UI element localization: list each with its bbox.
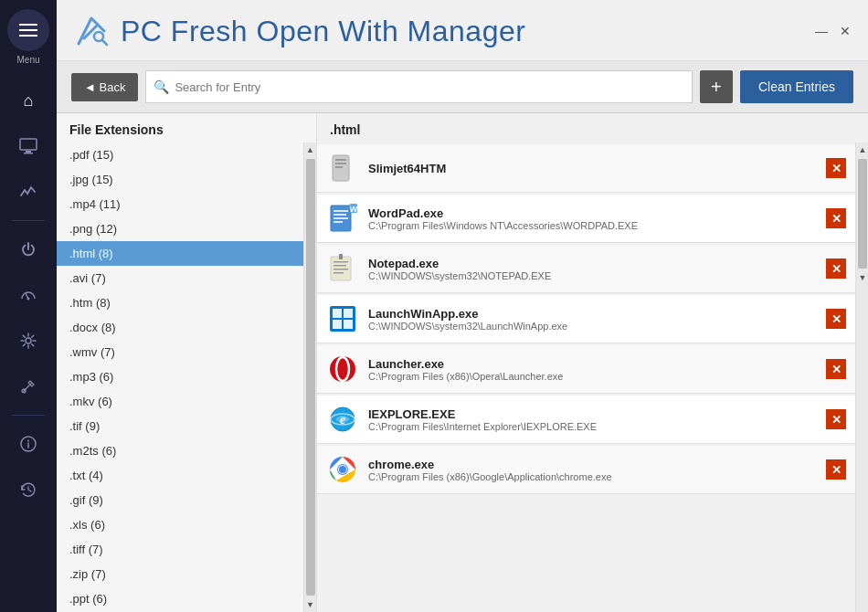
svg-text:W: W (350, 205, 357, 214)
entry-item: chrome.exeC:\Program Files (x86)\Google\… (317, 446, 855, 494)
entry-path: C:\Program Files (x86)\Google\Applicatio… (368, 471, 817, 482)
back-button[interactable]: ◄ Back (71, 73, 138, 101)
scroll-thumb[interactable] (306, 159, 315, 596)
entry-icon-document-gray (326, 152, 359, 185)
entry-name: IEXPLORE.EXE (368, 407, 817, 421)
extension-item-pdf[interactable]: .pdf (15) (57, 142, 303, 167)
svg-point-39 (339, 466, 346, 473)
svg-rect-30 (344, 320, 353, 329)
svg-rect-0 (20, 139, 37, 150)
extension-item-mp3[interactable]: .mp3 (6) (57, 364, 303, 389)
extension-item-xls[interactable]: .xls (6) (57, 512, 303, 537)
sidebar-item-monitor[interactable] (10, 128, 47, 164)
entry-delete-button[interactable]: ✕ (826, 459, 846, 480)
entries-list-wrapper: Slimjet64HTM✕WWordPad.exeC:\Program File… (317, 142, 868, 612)
minimize-button[interactable]: — (813, 23, 830, 39)
entry-icon-win (326, 302, 359, 335)
svg-rect-29 (333, 320, 342, 329)
entry-info: chrome.exeC:\Program Files (x86)\Google\… (368, 458, 817, 482)
scroll-down-arrow[interactable]: ▼ (304, 597, 317, 612)
extension-item-docx[interactable]: .docx (8) (57, 315, 303, 340)
extension-item-tiff[interactable]: .tiff (7) (57, 537, 303, 562)
svg-rect-11 (335, 163, 346, 164)
entries-scroll-up[interactable]: ▲ (856, 142, 868, 157)
extension-item-tif[interactable]: .tif (9) (57, 414, 303, 438)
entry-delete-button[interactable]: ✕ (826, 259, 846, 279)
entry-path: C:\WINDOWS\system32\NOTEPAD.EXE (368, 270, 817, 281)
extension-item-zip[interactable]: .zip (7) (57, 562, 303, 586)
svg-point-7 (27, 440, 29, 442)
svg-rect-25 (339, 254, 343, 259)
sidebar-item-settings[interactable] (10, 322, 47, 359)
entry-delete-button[interactable]: ✕ (826, 359, 846, 379)
entries-scroll-down[interactable]: ▼ (856, 270, 868, 285)
app-title: PC Fresh Open With Manager (121, 15, 525, 48)
extension-item-m2ts[interactable]: .m2ts (6) (57, 438, 303, 463)
extension-item-txt[interactable]: .txt (4) (57, 463, 303, 488)
extension-item-avi[interactable]: .avi (7) (57, 266, 303, 290)
entry-info: Notepad.exeC:\WINDOWS\system32\NOTEPAD.E… (368, 257, 817, 281)
extension-item-ppt[interactable]: .ppt (6) (57, 586, 303, 611)
extension-item-htm[interactable]: .htm (8) (57, 290, 303, 315)
entries-panel: .html Slimjet64HTM✕WWordPad.exeC:\Progra… (317, 113, 868, 612)
svg-rect-15 (333, 214, 346, 216)
entries-header: .html (317, 113, 868, 142)
entries-scroll-thumb[interactable] (858, 159, 867, 269)
menu-button[interactable] (7, 9, 49, 51)
scroll-up-arrow[interactable]: ▲ (304, 142, 317, 157)
entry-icon-wordpad: W (326, 202, 359, 235)
entry-name: WordPad.exe (368, 206, 817, 220)
sidebar-item-history[interactable] (10, 471, 47, 508)
extensions-list: .pdf (15).jpg (15).mp4 (11).png (12).htm… (57, 142, 303, 612)
svg-rect-14 (333, 210, 348, 212)
svg-rect-28 (344, 309, 353, 318)
entry-delete-button[interactable]: ✕ (826, 409, 846, 429)
sidebar-item-activity[interactable] (10, 174, 47, 210)
entry-icon-opera (326, 353, 359, 385)
entry-info: LaunchWinApp.exeC:\WINDOWS\system32\Laun… (368, 307, 817, 332)
extension-item-wmv[interactable]: .wmv (7) (57, 340, 303, 364)
entries-list: Slimjet64HTM✕WWordPad.exeC:\Program File… (317, 142, 855, 612)
sidebar-item-home[interactable]: ⌂ (10, 82, 47, 119)
sidebar-item-info[interactable] (10, 426, 47, 462)
svg-rect-24 (333, 272, 344, 274)
entry-item: eIEXPLORE.EXEC:\Program Files\Internet E… (317, 396, 855, 444)
svg-rect-16 (333, 217, 348, 219)
svg-rect-10 (335, 159, 346, 161)
menu-label: Menu (16, 55, 39, 65)
entry-icon-ie: e (326, 403, 359, 436)
extension-item-mp4[interactable]: .mp4 (11) (57, 192, 303, 216)
search-icon: 🔍 (153, 79, 169, 94)
sidebar-divider-1 (12, 220, 45, 221)
sidebar-divider-2 (12, 415, 45, 416)
extension-item-jpg[interactable]: .jpg (15) (57, 167, 303, 192)
entries-scrollbar: ▲ ▼ (855, 142, 868, 612)
add-button[interactable]: + (700, 70, 733, 103)
entry-name: Launcher.exe (368, 357, 817, 371)
close-button[interactable]: ✕ (837, 23, 853, 39)
extension-item-gif[interactable]: .gif (9) (57, 488, 303, 512)
entry-icon-chrome (326, 453, 359, 486)
svg-rect-17 (333, 221, 343, 223)
clean-entries-button[interactable]: Clean Entries (740, 70, 853, 103)
search-input[interactable] (175, 80, 684, 94)
extension-item-png[interactable]: .png (12) (57, 216, 303, 241)
entry-delete-button[interactable]: ✕ (826, 309, 846, 329)
search-container: 🔍 (145, 70, 693, 103)
sidebar-item-speedometer[interactable] (10, 277, 47, 313)
app-header: PC Fresh Open With Manager — ✕ (57, 0, 868, 61)
entry-delete-button[interactable]: ✕ (826, 208, 846, 228)
svg-rect-27 (333, 309, 342, 318)
svg-rect-23 (333, 269, 348, 270)
entry-delete-button[interactable]: ✕ (826, 158, 846, 178)
extension-item-html[interactable]: .html (8) (57, 241, 303, 266)
entry-icon-notepad (326, 252, 359, 285)
extensions-scrollbar: ▲ ▼ (303, 142, 316, 612)
extension-item-mkv[interactable]: .mkv (6) (57, 389, 303, 414)
sidebar-item-tools[interactable] (10, 368, 47, 405)
extensions-list-wrapper: .pdf (15).jpg (15).mp4 (11).png (12).htm… (57, 142, 316, 612)
entry-info: Slimjet64HTM (368, 162, 817, 175)
sidebar-item-power[interactable] (10, 231, 47, 268)
entry-name: Slimjet64HTM (368, 162, 817, 175)
entry-item: WWordPad.exeC:\Program Files\Windows NT\… (317, 195, 855, 243)
